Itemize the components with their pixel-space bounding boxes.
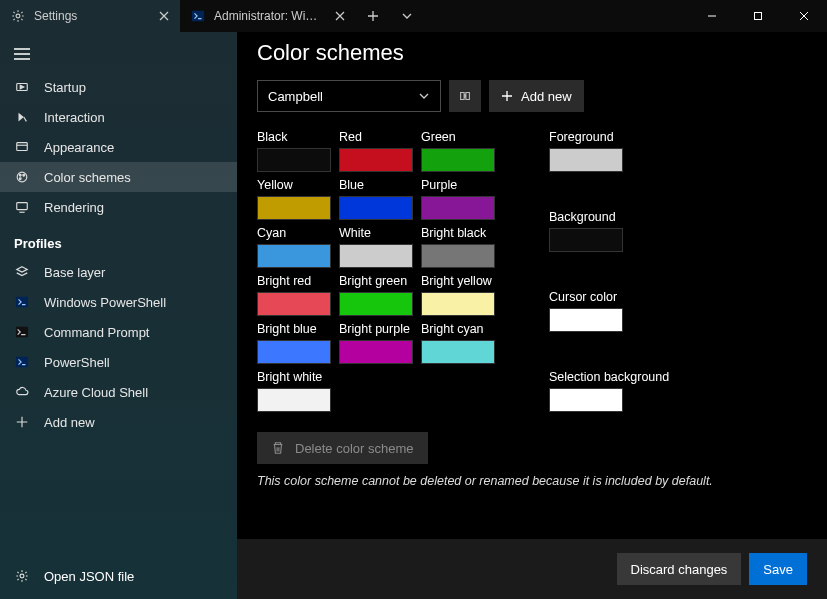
add-new-scheme-button[interactable]: Add new: [489, 80, 584, 112]
color-swatch[interactable]: [549, 308, 623, 332]
color-swatch[interactable]: [549, 148, 623, 172]
swatch-label: Bright white: [257, 370, 331, 384]
color-swatch[interactable]: [339, 148, 413, 172]
close-window-button[interactable]: [781, 0, 827, 32]
swatch-label: Bright purple: [339, 322, 413, 336]
color-swatch[interactable]: [421, 196, 495, 220]
svg-rect-10: [16, 297, 28, 308]
svg-rect-2: [755, 13, 762, 20]
sidebar-item-label: Color schemes: [44, 170, 131, 185]
swatch-label: Background: [549, 210, 729, 224]
sidebar-item-command-prompt[interactable]: Command Prompt: [0, 317, 237, 347]
tab-dropdown-button[interactable]: [390, 0, 424, 32]
sidebar-item-interaction[interactable]: Interaction: [0, 102, 237, 132]
swatch-label: Selection background: [549, 370, 729, 384]
swatch-label: Green: [421, 130, 495, 144]
maximize-button[interactable]: [735, 0, 781, 32]
color-swatch[interactable]: [257, 388, 331, 412]
sidebar-item-rendering[interactable]: Rendering: [0, 192, 237, 222]
plus-icon: [501, 90, 513, 102]
close-icon[interactable]: [156, 8, 172, 24]
tab-title: Administrator: Windows PowerS: [214, 9, 324, 23]
swatch-yellow: Yellow: [257, 178, 331, 220]
sidebar-item-base-layer[interactable]: Base layer: [0, 257, 237, 287]
sidebar-item-azure-cloud-shell[interactable]: Azure Cloud Shell: [0, 377, 237, 407]
color-swatch[interactable]: [421, 292, 495, 316]
appear-icon: [14, 139, 30, 155]
color-swatch[interactable]: [421, 340, 495, 364]
swatch-label: Foreground: [549, 130, 729, 144]
cmd-icon: [14, 324, 30, 340]
color-swatch[interactable]: [257, 244, 331, 268]
ps-icon: [14, 294, 30, 310]
discard-changes-button[interactable]: Discard changes: [617, 553, 742, 585]
page-title: Color schemes: [257, 40, 807, 66]
swatch-bright-white: Bright white: [257, 370, 331, 412]
profiles-header: Profiles: [0, 222, 237, 257]
scheme-readonly-note: This color scheme cannot be deleted or r…: [257, 474, 807, 488]
swatch-cursor-color: Cursor color: [549, 290, 729, 332]
svg-point-8: [19, 178, 21, 180]
color-swatch[interactable]: [421, 148, 495, 172]
color-swatch[interactable]: [257, 196, 331, 220]
svg-point-13: [20, 574, 24, 578]
svg-rect-11: [16, 327, 28, 338]
sidebar-item-add-new[interactable]: Add new: [0, 407, 237, 437]
ps-icon: [14, 354, 30, 370]
swatch-bright-purple: Bright purple: [339, 322, 413, 364]
sidebar-item-label: Interaction: [44, 110, 105, 125]
color-swatch[interactable]: [339, 292, 413, 316]
delete-scheme-button[interactable]: Delete color scheme: [257, 432, 428, 464]
close-icon[interactable]: [332, 8, 348, 24]
rename-scheme-button[interactable]: [449, 80, 481, 112]
titlebar-drag-area: [424, 0, 689, 32]
gear-icon: [10, 8, 26, 24]
sidebar-item-label: Azure Cloud Shell: [44, 385, 148, 400]
swatch-label: Purple: [421, 178, 495, 192]
layers-icon: [14, 264, 30, 280]
swatch-label: White: [339, 226, 413, 240]
sidebar-item-color-schemes[interactable]: Color schemes: [0, 162, 237, 192]
footer-bar: Discard changes Save: [237, 539, 827, 599]
swatch-black: Black: [257, 130, 331, 172]
color-swatch[interactable]: [339, 244, 413, 268]
save-button[interactable]: Save: [749, 553, 807, 585]
color-swatch[interactable]: [339, 340, 413, 364]
sidebar-item-powershell[interactable]: PowerShell: [0, 347, 237, 377]
color-swatch[interactable]: [549, 228, 623, 252]
sidebar-item-startup[interactable]: Startup: [0, 72, 237, 102]
swatch-label: Bright cyan: [421, 322, 495, 336]
minimize-button[interactable]: [689, 0, 735, 32]
discard-label: Discard changes: [631, 562, 728, 577]
color-swatch[interactable]: [257, 340, 331, 364]
swatch-green: Green: [421, 130, 495, 172]
color-swatch[interactable]: [421, 244, 495, 268]
swatch-bright-green: Bright green: [339, 274, 413, 316]
swatch-label: Bright red: [257, 274, 331, 288]
sidebar-item-appearance[interactable]: Appearance: [0, 132, 237, 162]
swatch-label: Cyan: [257, 226, 331, 240]
scheme-select[interactable]: Campbell: [257, 80, 441, 112]
svg-rect-4: [17, 143, 28, 151]
swatch-label: Bright blue: [257, 322, 331, 336]
color-swatch[interactable]: [549, 388, 623, 412]
sidebar-item-label: Windows PowerShell: [44, 295, 166, 310]
color-swatch[interactable]: [257, 292, 331, 316]
svg-rect-12: [16, 357, 28, 368]
delete-scheme-label: Delete color scheme: [295, 441, 414, 456]
content-area: Color schemes Campbell: [237, 32, 827, 599]
tab-powershell[interactable]: Administrator: Windows PowerS: [180, 0, 356, 32]
swatch-bright-blue: Bright blue: [257, 322, 331, 364]
play-icon: [14, 79, 30, 95]
color-swatch[interactable]: [257, 148, 331, 172]
open-json-file[interactable]: Open JSON file: [0, 553, 237, 599]
plus-icon: [14, 414, 30, 430]
tab-settings[interactable]: Settings: [0, 0, 180, 32]
color-swatch[interactable]: [339, 196, 413, 220]
svg-point-5: [17, 172, 27, 182]
sidebar-item-windows-powershell[interactable]: Windows PowerShell: [0, 287, 237, 317]
sidebar: StartupInteractionAppearanceColor scheme…: [0, 32, 237, 599]
swatch-white: White: [339, 226, 413, 268]
new-tab-button[interactable]: [356, 0, 390, 32]
hamburger-button[interactable]: [0, 36, 237, 72]
